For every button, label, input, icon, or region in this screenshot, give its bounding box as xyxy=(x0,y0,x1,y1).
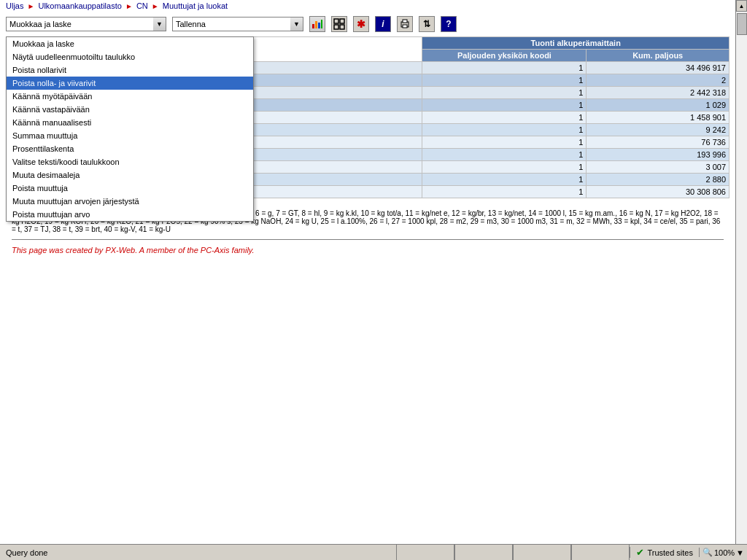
menu-item-1[interactable]: Näytä uudelleenmuotoiltu taulukko xyxy=(7,50,253,63)
menu-item-13[interactable]: Poista muuttujan arvo xyxy=(7,208,253,221)
svg-rect-1 xyxy=(315,21,317,28)
svg-rect-2 xyxy=(318,23,320,28)
save-dropdown-arrow[interactable]: ▼ xyxy=(290,17,303,31)
menu-item-4[interactable]: Käännä myötäpäivään xyxy=(7,90,253,103)
toolbar: Muokkaa ja laskeNäytä uudelleenmuotoiltu… xyxy=(0,12,735,36)
row-kum-1: 2 xyxy=(587,74,729,87)
menu-item-3[interactable]: Poista nolla- ja viivarivit xyxy=(7,77,253,90)
row-paljouden-1: 1 xyxy=(422,74,587,87)
zoom-level: 100% xyxy=(714,548,735,557)
row-kum-3: 1 029 xyxy=(587,99,729,112)
svg-rect-9 xyxy=(403,20,407,23)
breadcrumb-arrow-2: ► xyxy=(125,2,133,10)
row-paljouden-8: 1 xyxy=(422,161,587,174)
menu-item-11[interactable]: Poista muuttuja xyxy=(7,182,253,195)
breadcrumb: Uljas ► Ulkomaankauppatilasto ► CN ► Muu… xyxy=(0,0,735,12)
breadcrumb-cn[interactable]: CN xyxy=(136,1,148,10)
breadcrumb-uljas[interactable]: Uljas xyxy=(6,1,23,10)
menu-item-7[interactable]: Summaa muuttuja xyxy=(7,129,253,142)
scroll-thumb[interactable] xyxy=(737,13,747,35)
svg-rect-10 xyxy=(403,25,407,28)
row-kum-10: 30 308 806 xyxy=(587,186,729,198)
row-kum-6: 76 736 xyxy=(587,136,729,149)
table-format-button[interactable] xyxy=(331,16,347,32)
zoom-area: 🔍 100% ▼ xyxy=(699,548,735,557)
svg-rect-0 xyxy=(312,24,314,28)
separator xyxy=(12,239,724,240)
row-kum-8: 3 007 xyxy=(587,161,729,174)
save-dropdown[interactable]: Tallenna xyxy=(172,17,303,31)
row-paljouden-0: 1 xyxy=(422,62,587,74)
menu-item-6[interactable]: Käännä manuaalisesti xyxy=(7,116,253,129)
trusted-label: Trusted sites xyxy=(647,548,693,557)
menu-item-5[interactable]: Käännä vastapäivään xyxy=(7,103,253,116)
row-kum-2: 2 442 318 xyxy=(587,87,729,99)
help-button[interactable]: ? xyxy=(441,16,457,32)
row-kum-0: 34 496 917 xyxy=(587,62,729,74)
dropdown-menu: Muokkaa ja laske Näytä uudelleenmuotoilt… xyxy=(6,36,254,222)
menu-item-12[interactable]: Muuta muuttujan arvojen järjestystä xyxy=(7,195,253,208)
status-div-2 xyxy=(454,545,513,560)
menu-item-10[interactable]: Muuta desimaaleja xyxy=(7,168,253,182)
breadcrumb-arrow-1: ► xyxy=(28,2,35,10)
chart-button[interactable] xyxy=(309,16,325,32)
row-paljouden-10: 1 xyxy=(422,186,587,198)
status-text: Query done xyxy=(0,548,396,557)
breadcrumb-muuttujat[interactable]: Muuttujat ja luokat xyxy=(163,1,228,10)
px-web-note: This page was created by PX-Web. A membe… xyxy=(6,243,729,257)
row-kum-7: 193 996 xyxy=(587,149,729,161)
col-header-paljouden: Paljouden yksikön koodi xyxy=(422,50,587,62)
row-paljouden-6: 1 xyxy=(422,136,587,149)
status-div-1 xyxy=(396,545,454,560)
status-div-3 xyxy=(513,545,571,560)
menu-item-9[interactable]: Valitse teksti/koodi taulukkoon xyxy=(7,155,253,168)
arrows-button[interactable]: ⇅ xyxy=(419,16,435,32)
menu-item-0[interactable]: Muokkaa ja laske xyxy=(7,37,253,50)
row-paljouden-9: 1 xyxy=(422,174,587,186)
asterisk-button[interactable]: ✱ xyxy=(353,16,369,32)
row-kum-4: 1 458 901 xyxy=(587,112,729,124)
row-paljouden-4: 1 xyxy=(422,112,587,124)
trusted-icon: ✔ xyxy=(636,547,644,558)
svg-rect-6 xyxy=(334,25,338,29)
row-paljouden-7: 1 xyxy=(422,149,587,161)
print-button[interactable] xyxy=(397,16,413,32)
row-kum-5: 9 242 xyxy=(587,124,729,136)
action-dropdown-arrow[interactable]: ▼ xyxy=(153,17,166,31)
zoom-icon: 🔍 xyxy=(703,548,713,557)
svg-rect-5 xyxy=(340,19,344,23)
table-header-group: Tuonti alkuperämaittain xyxy=(422,37,729,50)
svg-rect-7 xyxy=(340,25,344,29)
menu-item-8[interactable]: Prosenttilaskenta xyxy=(7,142,253,155)
info-button[interactable]: i xyxy=(375,16,391,32)
breadcrumb-ulkomaankauppa[interactable]: Ulkomaankauppatilasto xyxy=(38,1,121,10)
svg-rect-4 xyxy=(334,19,338,23)
row-paljouden-3: 1 xyxy=(422,99,587,112)
status-div-4 xyxy=(571,545,630,560)
row-paljouden-2: 1 xyxy=(422,87,587,99)
save-dropdown-wrapper: Tallenna ▼ xyxy=(172,17,303,31)
menu-item-2[interactable]: Poista nollarivit xyxy=(7,63,253,77)
col-header-kum: Kum. paljous xyxy=(587,50,729,62)
row-kum-9: 2 880 xyxy=(587,174,729,186)
svg-rect-3 xyxy=(321,20,322,28)
status-bar: Query done ✔ Trusted sites 🔍 100% ▼ xyxy=(0,544,735,560)
trusted-area[interactable]: ✔ Trusted sites xyxy=(630,547,699,558)
breadcrumb-arrow-3: ► xyxy=(152,2,159,10)
row-paljouden-5: 1 xyxy=(422,124,587,136)
action-dropdown-wrapper: Muokkaa ja laskeNäytä uudelleenmuotoiltu… xyxy=(6,17,166,31)
action-dropdown[interactable]: Muokkaa ja laskeNäytä uudelleenmuotoiltu… xyxy=(6,17,166,31)
scroll-up-button[interactable]: ▲ xyxy=(736,0,747,12)
